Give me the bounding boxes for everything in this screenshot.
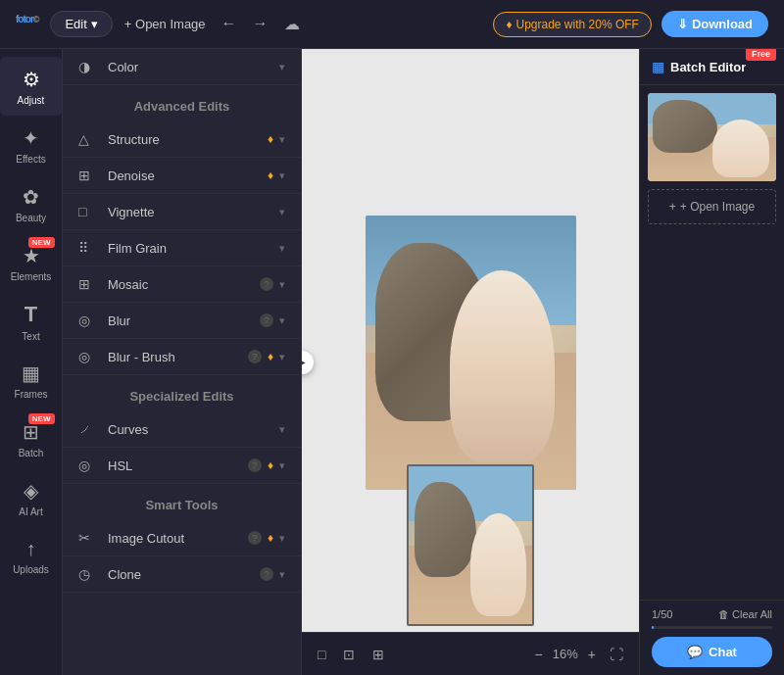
fit-screen-icon[interactable]: ⛶ <box>606 643 627 666</box>
sidebar-item-beauty[interactable]: ✿ Beauty <box>0 174 63 233</box>
canvas-tool-icon-3[interactable]: ⊞ <box>368 643 388 666</box>
help-icon: ? <box>260 567 273 581</box>
chevron-icon: ▾ <box>279 459 285 472</box>
download-button[interactable]: ⇓ Download <box>662 11 768 37</box>
sidebar-item-elements[interactable]: NEW ★ Elements <box>0 233 63 292</box>
redo-icon[interactable]: → <box>249 11 272 37</box>
sidebar-item-label: AI Art <box>19 506 42 517</box>
chevron-icon: ▾ <box>279 278 285 291</box>
cloud-icon[interactable]: ☁ <box>280 11 304 37</box>
curves-icon: ⟋ <box>78 421 98 437</box>
sidebar-item-frames[interactable]: ▦ Frames <box>0 351 63 410</box>
sidebar-item-label: Text <box>22 331 39 342</box>
progress-text: 1/50 <box>652 608 672 620</box>
color-item[interactable]: ◑ Color ▾ <box>63 49 301 85</box>
sidebar-item-uploads[interactable]: ↑ Uploads <box>0 527 63 586</box>
effects-icon: ✦ <box>23 126 39 150</box>
canvas-tool-icon-2[interactable]: ⊡ <box>339 643 359 666</box>
adjust-icon: ⚙ <box>23 68 40 91</box>
sidebar-item-ai-art[interactable]: ◈ AI Art <box>0 468 63 527</box>
download-label: Download <box>692 17 753 31</box>
specialized-edits-label: Specialized Edits <box>129 389 233 404</box>
help-icon: ? <box>260 313 273 327</box>
sidebar-item-label: Beauty <box>16 213 46 223</box>
blur-item[interactable]: ◎ Blur ? ▾ <box>63 303 301 339</box>
diamond-icon: ♦ <box>506 18 512 31</box>
sidebar-item-text[interactable]: T Text <box>0 292 63 351</box>
batch-footer: 1/50 🗑 Clear All 💬 Chat <box>640 600 784 675</box>
chat-label: Chat <box>709 645 737 659</box>
open-image-label: + Open Image <box>124 17 206 31</box>
nav-history: ← → ☁ <box>218 11 304 37</box>
canvas-figure-shape <box>450 270 556 462</box>
canvas-toolbar: □ ⊡ ⊞ − 16% + ⛶ <box>302 632 639 675</box>
canvas-small-image <box>407 464 534 626</box>
film-grain-icon: ⠿ <box>78 240 98 256</box>
chevron-down-icon: ▾ <box>91 17 98 31</box>
hsl-icon: ◎ <box>78 458 98 473</box>
image-cutout-icon: ✂ <box>78 530 98 546</box>
ai-art-icon: ◈ <box>24 479 38 503</box>
batch-editor-icon: ▦ <box>652 59 664 74</box>
left-panel: ◑ Color ▾ Advanced Edits △ Structure ♦ ▾… <box>63 49 302 675</box>
film-grain-item[interactable]: ⠿ Film Grain ▾ <box>63 230 301 266</box>
sidebar-item-label: Elements <box>11 271 52 282</box>
zoom-control: − 16% + ⛶ <box>531 643 627 666</box>
zoom-out-icon[interactable]: − <box>531 643 547 666</box>
chevron-icon: ▾ <box>279 169 285 182</box>
sidebar-item-batch[interactable]: NEW ⊞ Batch <box>0 410 63 468</box>
chevron-icon: ▾ <box>279 61 285 73</box>
help-icon: ? <box>260 277 273 291</box>
add-image-button[interactable]: + + Open Image <box>648 189 776 224</box>
clone-item[interactable]: ◷ Clone ? ▾ <box>63 556 301 593</box>
hsl-item[interactable]: ◎ HSL ? ♦ ▾ <box>63 448 301 484</box>
premium-icon: ♦ <box>268 350 273 363</box>
frames-icon: ▦ <box>22 362 40 385</box>
clear-all-label: Clear All <box>732 608 772 620</box>
text-icon: T <box>24 302 37 327</box>
open-image-button[interactable]: + Open Image <box>124 17 206 31</box>
sidebar-item-adjust[interactable]: ⚙ Adjust <box>0 57 63 116</box>
blur-brush-item[interactable]: ◎ Blur - Brush ? ♦ ▾ <box>63 339 301 375</box>
blur-brush-icon: ◎ <box>78 349 98 364</box>
undo-icon[interactable]: ← <box>218 11 241 37</box>
denoise-icon: ⊞ <box>78 168 98 183</box>
canvas-tool-icon-1[interactable]: □ <box>314 643 329 666</box>
help-icon: ? <box>248 531 262 545</box>
upgrade-label: Upgrade with 20% OFF <box>516 18 639 31</box>
sidebar-item-effects[interactable]: ✦ Effects <box>0 116 63 174</box>
sidebar-item-label: Batch <box>19 448 44 458</box>
chat-button[interactable]: 💬 Chat <box>652 637 772 667</box>
image-cutout-item[interactable]: ✂ Image Cutout ? ♦ ▾ <box>63 520 301 556</box>
upgrade-button[interactable]: ♦ Upgrade with 20% OFF <box>493 12 652 37</box>
app-logo: fotor© <box>16 13 38 35</box>
add-image-label: + Open Image <box>680 200 755 214</box>
sidebar-nav: ⚙ Adjust ✦ Effects ✿ Beauty NEW ★ Elemen… <box>0 49 63 675</box>
new-badge-batch: NEW <box>28 413 55 424</box>
right-panel: Free ▦ Batch Editor + + Open Image 1/50 … <box>639 49 784 675</box>
structure-item[interactable]: △ Structure ♦ ▾ <box>63 121 301 158</box>
smart-tools-header: Smart Tools <box>63 484 301 520</box>
logo-text: fotor <box>16 14 33 24</box>
zoom-in-icon[interactable]: + <box>584 643 600 666</box>
batch-editor-title: Batch Editor <box>670 60 746 74</box>
curves-item[interactable]: ⟋ Curves ▾ <box>63 411 301 448</box>
chat-icon: 💬 <box>687 645 703 659</box>
chevron-icon: ▾ <box>279 133 285 146</box>
panel-collapse-toggle[interactable]: ▶ <box>302 351 314 374</box>
sidebar-item-label: Frames <box>15 389 48 400</box>
progress-fill <box>652 626 654 629</box>
denoise-item[interactable]: ⊞ Denoise ♦ ▾ <box>63 158 301 194</box>
vignette-item[interactable]: □ Vignette ▾ <box>63 194 301 230</box>
premium-icon: ♦ <box>268 169 273 182</box>
advanced-edits-label: Advanced Edits <box>134 99 230 114</box>
batch-thumb-1[interactable] <box>648 93 776 181</box>
trash-icon: 🗑 <box>718 608 729 620</box>
clone-icon: ◷ <box>78 566 98 582</box>
clear-all-button[interactable]: 🗑 Clear All <box>718 608 772 620</box>
color-label: Color <box>108 60 279 74</box>
free-badge: Free <box>746 49 776 61</box>
mosaic-item[interactable]: ⊞ Mosaic ? ▾ <box>63 266 301 303</box>
download-icon: ⇓ <box>677 17 688 31</box>
edit-button[interactable]: Edit ▾ <box>50 11 112 37</box>
